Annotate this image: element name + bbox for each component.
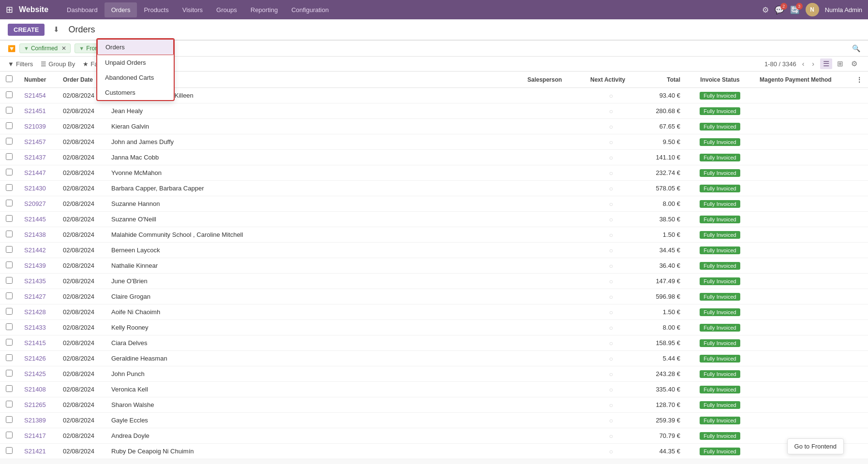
table-row[interactable]: S21435 02/08/2024 June O'Brien ○ 147.49 … — [0, 274, 868, 289]
row-customer: Jean Healy — [105, 103, 522, 119]
list-view-btn[interactable]: ☰ — [820, 58, 832, 69]
row-checkbox[interactable] — [6, 91, 13, 98]
menu-item-groups[interactable]: Groups — [210, 2, 244, 17]
dropdown-item-unpaid[interactable]: Unpaid Orders — [97, 55, 174, 70]
table-row[interactable]: S21445 02/08/2024 Suzanne O'Neill ○ 38.5… — [0, 212, 868, 227]
search-icon[interactable]: 🔍 — [852, 44, 860, 52]
row-checkbox[interactable] — [6, 416, 13, 423]
user-name[interactable]: Numla Admin — [825, 6, 862, 14]
row-payment — [754, 274, 851, 289]
th-number[interactable]: Number — [18, 72, 57, 88]
select-all-checkbox[interactable] — [6, 75, 13, 82]
table-row[interactable]: S20927 02/08/2024 Suzanne Hannon ○ 8.00 … — [0, 196, 868, 212]
gear-icon[interactable]: ⚙ — [762, 5, 769, 14]
table-row[interactable]: S21421 02/08/2024 Ruby De Ceapoig Ni Chu… — [0, 444, 868, 459]
row-checkbox[interactable] — [6, 153, 13, 160]
filter-confirmed-close[interactable]: ✕ — [61, 45, 66, 52]
table-row[interactable]: S21442 02/08/2024 Berneen Laycock ○ 34.4… — [0, 243, 868, 258]
menu-item-reporting[interactable]: Reporting — [244, 2, 284, 17]
row-customer: Aoife Ni Chaoimh — [105, 304, 522, 320]
row-checkbox[interactable] — [6, 138, 13, 145]
table-row[interactable]: S21417 02/08/2024 Andrea Doyle ○ 70.79 €… — [0, 428, 868, 444]
menu-item-products[interactable]: Products — [137, 2, 175, 17]
row-number: S21433 — [18, 320, 57, 335]
app-grid-icon[interactable]: ⊞ — [6, 4, 13, 15]
row-checkbox[interactable] — [6, 432, 13, 438]
dropdown-item-customers[interactable]: Customers — [97, 85, 174, 100]
table-row[interactable]: S21439 02/08/2024 Nathalie Kinnear ○ 36.… — [0, 258, 868, 274]
download-button[interactable]: ⬇ — [50, 23, 62, 36]
group-by-button[interactable]: ☰ Group By — [41, 60, 75, 68]
row-checkbox[interactable] — [6, 447, 13, 454]
menu-item-orders[interactable]: Orders — [105, 2, 137, 17]
th-total[interactable]: Total — [638, 72, 686, 88]
dropdown-item-orders[interactable]: Orders — [97, 39, 174, 55]
row-total: 93.40 € — [638, 88, 686, 103]
table-row[interactable]: S21426 02/08/2024 Geraldine Heasman ○ 5.… — [0, 351, 868, 366]
table-row[interactable]: S21389 02/08/2024 Gayle Eccles ○ 259.39 … — [0, 413, 868, 428]
row-checkbox[interactable] — [6, 107, 13, 114]
menu-item-dashboard[interactable]: Dashboard — [60, 2, 105, 17]
go-to-frontend-button[interactable]: Go to Frontend — [787, 438, 844, 454]
row-checkbox[interactable] — [6, 323, 13, 330]
th-salesperson[interactable]: Salesperson — [522, 72, 584, 88]
table-row[interactable]: S21428 02/08/2024 Aoife Ni Chaoimh ○ 1.5… — [0, 304, 868, 320]
filter-funnel-icon: ▼ — [24, 45, 29, 51]
row-number: S21442 — [18, 243, 57, 258]
table-row[interactable]: S21451 02/08/2024 Jean Healy ○ 280.68 € … — [0, 103, 868, 119]
menu-item-visitors[interactable]: Visitors — [176, 2, 210, 17]
create-button[interactable]: CREATE — [8, 24, 45, 36]
row-salesperson — [522, 227, 584, 243]
row-payment — [754, 119, 851, 134]
table-row[interactable]: S21438 02/08/2024 Malahide Community Sch… — [0, 227, 868, 243]
table-row[interactable]: S21427 02/08/2024 Claire Grogan ○ 596.98… — [0, 289, 868, 304]
row-checkbox[interactable] — [6, 200, 13, 206]
row-checkbox[interactable] — [6, 261, 13, 268]
filters-button[interactable]: ▼ Filters — [8, 60, 33, 68]
search-input[interactable] — [139, 44, 848, 53]
activity-circle-icon: ○ — [609, 169, 613, 177]
th-payment[interactable]: Magento Payment Method — [754, 72, 851, 88]
row-date: 02/08/2024 — [57, 289, 105, 304]
row-checkbox[interactable] — [6, 292, 13, 299]
row-activity: ○ — [584, 366, 638, 382]
table-row[interactable]: S21415 02/08/2024 Ciara Delves ○ 158.95 … — [0, 335, 868, 351]
row-checkbox[interactable] — [6, 277, 13, 284]
kanban-view-btn[interactable]: ⊞ — [834, 58, 846, 69]
row-checkbox[interactable] — [6, 184, 13, 191]
th-activity[interactable]: Next Activity — [584, 72, 638, 88]
table-row[interactable]: S21430 02/08/2024 Barbara Capper, Barbar… — [0, 181, 868, 196]
settings-view-btn[interactable]: ⚙ — [848, 58, 860, 69]
row-checkbox[interactable] — [6, 246, 13, 253]
row-checkbox[interactable] — [6, 215, 13, 222]
activity-icon[interactable]: 🔄 3 — [790, 5, 800, 14]
menu-item-configuration[interactable]: Configuration — [284, 2, 335, 17]
row-payment — [754, 304, 851, 320]
filter-confirmed[interactable]: ▼ Confirmed ✕ — [19, 44, 71, 53]
th-checkbox[interactable] — [0, 72, 18, 88]
th-more[interactable]: ⋮ — [851, 72, 868, 88]
row-checkbox[interactable] — [6, 385, 13, 392]
row-checkbox[interactable] — [6, 231, 13, 237]
row-checkbox[interactable] — [6, 122, 13, 129]
row-checkbox-cell — [0, 304, 18, 320]
table-row[interactable]: S21433 02/08/2024 Kelly Rooney ○ 8.00 € … — [0, 320, 868, 335]
dropdown-item-abandoned[interactable]: Abandoned Carts — [97, 70, 174, 85]
table-row[interactable]: S21425 02/08/2024 John Punch ○ 243.28 € … — [0, 366, 868, 382]
table-row[interactable]: S21447 02/08/2024 Yvonne McMahon ○ 232.7… — [0, 165, 868, 181]
table-row[interactable]: S21265 02/08/2024 Sharon Walshe ○ 128.70… — [0, 397, 868, 413]
row-checkbox[interactable] — [6, 339, 13, 346]
table-row[interactable]: S21437 02/08/2024 Janna Mac Cobb ○ 141.1… — [0, 150, 868, 165]
table-row[interactable]: S21408 02/08/2024 Veronica Kell ○ 335.40… — [0, 382, 868, 397]
pagination-next[interactable]: › — [810, 59, 816, 69]
pagination-prev[interactable]: ‹ — [800, 59, 807, 69]
chat-icon[interactable]: 💬 2 — [775, 5, 784, 14]
th-invoice[interactable]: Invoice Status — [686, 72, 754, 88]
row-checkbox[interactable] — [6, 308, 13, 315]
row-checkbox[interactable] — [6, 370, 13, 377]
table-row[interactable]: S21457 02/08/2024 John and James Duffy ○… — [0, 134, 868, 150]
row-checkbox[interactable] — [6, 401, 13, 407]
row-checkbox[interactable] — [6, 354, 13, 361]
table-row[interactable]: S21039 02/08/2024 Kieran Galvin ○ 67.65 … — [0, 119, 868, 134]
row-checkbox[interactable] — [6, 169, 13, 175]
